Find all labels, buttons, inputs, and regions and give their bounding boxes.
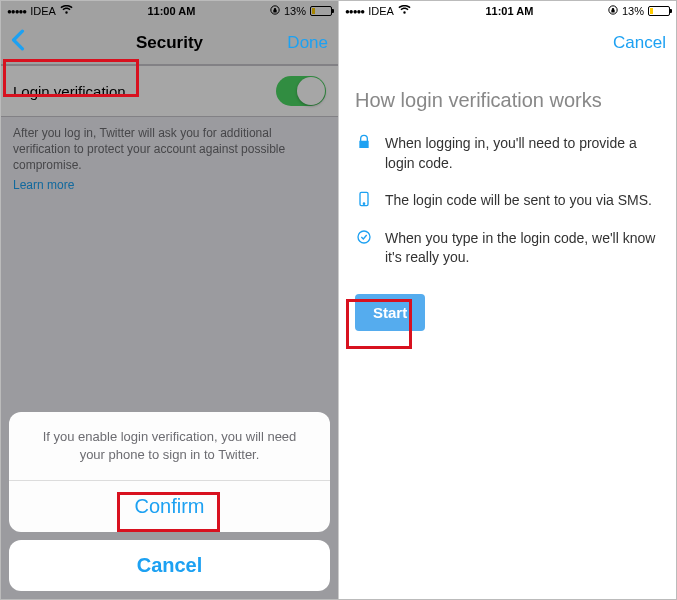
svg-point-3 [363,203,364,204]
done-button[interactable]: Done [287,33,328,53]
signal-dots-icon: ●●●●● [345,7,364,16]
battery-percent: 13% [622,5,644,17]
info-row: When logging in, you'll need to provide … [355,134,660,173]
confirm-button[interactable]: Confirm [9,481,330,532]
page-title: How login verification works [355,89,660,112]
phone-security-settings: ●●●●● IDEA 11:00 AM 13% Security Done [1,1,338,599]
wifi-icon [398,5,411,17]
screenshot-pair: ●●●●● IDEA 11:00 AM 13% Security Done [0,0,677,600]
check-circle-icon [355,229,373,245]
cancel-button[interactable]: Cancel [613,33,666,53]
info-row: The login code will be sent to you via S… [355,191,660,211]
status-bar: ●●●●● IDEA 11:01 AM 13% [339,1,676,21]
phone-how-it-works: ●●●●● IDEA 11:01 AM 13% Cancel How login… [338,1,676,599]
nav-bar: Cancel [339,21,676,65]
start-button[interactable]: Start [355,294,425,331]
carrier-label: IDEA [368,5,394,17]
rotation-lock-icon [608,5,618,17]
svg-point-4 [358,231,370,243]
info-row: When you type in the login code, we'll k… [355,229,660,268]
action-sheet: If you enable login verification, you wi… [9,412,330,591]
phone-icon [355,191,373,207]
back-button[interactable] [11,29,25,56]
cancel-button[interactable]: Cancel [9,540,330,591]
info-text: When you type in the login code, we'll k… [385,229,660,268]
battery-icon [648,6,670,16]
action-sheet-message: If you enable login verification, you wi… [9,412,330,481]
status-time: 11:01 AM [485,5,533,17]
lock-icon [355,134,373,150]
info-text: When logging in, you'll need to provide … [385,134,660,173]
how-it-works-body: How login verification works When loggin… [339,65,676,331]
info-text: The login code will be sent to you via S… [385,191,652,211]
